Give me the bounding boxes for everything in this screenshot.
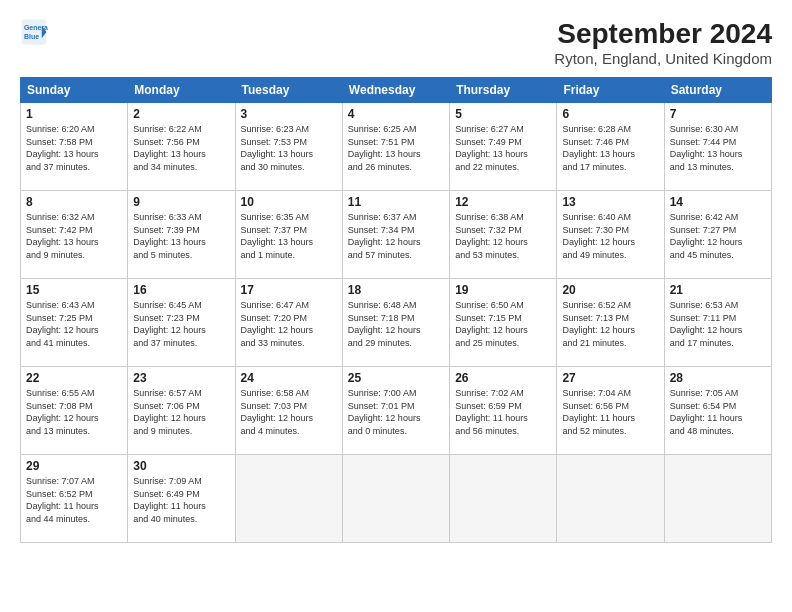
day-number: 27	[562, 371, 658, 385]
calendar-week-row: 29Sunrise: 7:07 AM Sunset: 6:52 PM Dayli…	[21, 455, 772, 543]
day-number: 19	[455, 283, 551, 297]
table-row: 12Sunrise: 6:38 AM Sunset: 7:32 PM Dayli…	[450, 191, 557, 279]
day-number: 13	[562, 195, 658, 209]
day-detail: Sunrise: 6:37 AM Sunset: 7:34 PM Dayligh…	[348, 211, 444, 261]
col-tuesday: Tuesday	[235, 78, 342, 103]
day-number: 7	[670, 107, 766, 121]
table-row	[342, 455, 449, 543]
day-detail: Sunrise: 7:02 AM Sunset: 6:59 PM Dayligh…	[455, 387, 551, 437]
table-row	[557, 455, 664, 543]
day-number: 18	[348, 283, 444, 297]
day-detail: Sunrise: 6:25 AM Sunset: 7:51 PM Dayligh…	[348, 123, 444, 173]
day-detail: Sunrise: 6:30 AM Sunset: 7:44 PM Dayligh…	[670, 123, 766, 173]
day-detail: Sunrise: 6:23 AM Sunset: 7:53 PM Dayligh…	[241, 123, 337, 173]
table-row: 13Sunrise: 6:40 AM Sunset: 7:30 PM Dayli…	[557, 191, 664, 279]
col-wednesday: Wednesday	[342, 78, 449, 103]
col-saturday: Saturday	[664, 78, 771, 103]
location-subtitle: Ryton, England, United Kingdom	[554, 50, 772, 67]
table-row: 6Sunrise: 6:28 AM Sunset: 7:46 PM Daylig…	[557, 103, 664, 191]
col-monday: Monday	[128, 78, 235, 103]
table-row: 16Sunrise: 6:45 AM Sunset: 7:23 PM Dayli…	[128, 279, 235, 367]
table-row: 8Sunrise: 6:32 AM Sunset: 7:42 PM Daylig…	[21, 191, 128, 279]
day-number: 15	[26, 283, 122, 297]
table-row	[450, 455, 557, 543]
table-row: 26Sunrise: 7:02 AM Sunset: 6:59 PM Dayli…	[450, 367, 557, 455]
table-row: 2Sunrise: 6:22 AM Sunset: 7:56 PM Daylig…	[128, 103, 235, 191]
title-block: September 2024 Ryton, England, United Ki…	[554, 18, 772, 67]
table-row: 1Sunrise: 6:20 AM Sunset: 7:58 PM Daylig…	[21, 103, 128, 191]
table-row: 27Sunrise: 7:04 AM Sunset: 6:56 PM Dayli…	[557, 367, 664, 455]
day-detail: Sunrise: 6:40 AM Sunset: 7:30 PM Dayligh…	[562, 211, 658, 261]
day-detail: Sunrise: 7:07 AM Sunset: 6:52 PM Dayligh…	[26, 475, 122, 525]
table-row: 24Sunrise: 6:58 AM Sunset: 7:03 PM Dayli…	[235, 367, 342, 455]
table-row: 3Sunrise: 6:23 AM Sunset: 7:53 PM Daylig…	[235, 103, 342, 191]
day-number: 23	[133, 371, 229, 385]
col-friday: Friday	[557, 78, 664, 103]
day-detail: Sunrise: 7:00 AM Sunset: 7:01 PM Dayligh…	[348, 387, 444, 437]
table-row: 28Sunrise: 7:05 AM Sunset: 6:54 PM Dayli…	[664, 367, 771, 455]
day-number: 14	[670, 195, 766, 209]
table-row: 17Sunrise: 6:47 AM Sunset: 7:20 PM Dayli…	[235, 279, 342, 367]
day-detail: Sunrise: 6:50 AM Sunset: 7:15 PM Dayligh…	[455, 299, 551, 349]
day-number: 4	[348, 107, 444, 121]
table-row: 15Sunrise: 6:43 AM Sunset: 7:25 PM Dayli…	[21, 279, 128, 367]
table-row: 22Sunrise: 6:55 AM Sunset: 7:08 PM Dayli…	[21, 367, 128, 455]
day-number: 20	[562, 283, 658, 297]
day-detail: Sunrise: 7:09 AM Sunset: 6:49 PM Dayligh…	[133, 475, 229, 525]
table-row: 20Sunrise: 6:52 AM Sunset: 7:13 PM Dayli…	[557, 279, 664, 367]
day-number: 3	[241, 107, 337, 121]
day-number: 16	[133, 283, 229, 297]
day-detail: Sunrise: 6:32 AM Sunset: 7:42 PM Dayligh…	[26, 211, 122, 261]
day-number: 25	[348, 371, 444, 385]
day-detail: Sunrise: 6:38 AM Sunset: 7:32 PM Dayligh…	[455, 211, 551, 261]
calendar-week-row: 15Sunrise: 6:43 AM Sunset: 7:25 PM Dayli…	[21, 279, 772, 367]
table-row	[235, 455, 342, 543]
day-detail: Sunrise: 6:58 AM Sunset: 7:03 PM Dayligh…	[241, 387, 337, 437]
day-number: 1	[26, 107, 122, 121]
day-detail: Sunrise: 6:48 AM Sunset: 7:18 PM Dayligh…	[348, 299, 444, 349]
table-row: 21Sunrise: 6:53 AM Sunset: 7:11 PM Dayli…	[664, 279, 771, 367]
day-detail: Sunrise: 6:20 AM Sunset: 7:58 PM Dayligh…	[26, 123, 122, 173]
day-number: 21	[670, 283, 766, 297]
day-number: 30	[133, 459, 229, 473]
day-detail: Sunrise: 6:22 AM Sunset: 7:56 PM Dayligh…	[133, 123, 229, 173]
day-number: 6	[562, 107, 658, 121]
day-number: 5	[455, 107, 551, 121]
table-row: 10Sunrise: 6:35 AM Sunset: 7:37 PM Dayli…	[235, 191, 342, 279]
table-row: 18Sunrise: 6:48 AM Sunset: 7:18 PM Dayli…	[342, 279, 449, 367]
table-row: 7Sunrise: 6:30 AM Sunset: 7:44 PM Daylig…	[664, 103, 771, 191]
day-detail: Sunrise: 6:33 AM Sunset: 7:39 PM Dayligh…	[133, 211, 229, 261]
calendar-week-row: 8Sunrise: 6:32 AM Sunset: 7:42 PM Daylig…	[21, 191, 772, 279]
table-row	[664, 455, 771, 543]
table-row: 30Sunrise: 7:09 AM Sunset: 6:49 PM Dayli…	[128, 455, 235, 543]
logo: General Blue	[20, 18, 48, 46]
table-row: 23Sunrise: 6:57 AM Sunset: 7:06 PM Dayli…	[128, 367, 235, 455]
day-detail: Sunrise: 6:27 AM Sunset: 7:49 PM Dayligh…	[455, 123, 551, 173]
day-detail: Sunrise: 6:57 AM Sunset: 7:06 PM Dayligh…	[133, 387, 229, 437]
table-row: 29Sunrise: 7:07 AM Sunset: 6:52 PM Dayli…	[21, 455, 128, 543]
day-detail: Sunrise: 6:43 AM Sunset: 7:25 PM Dayligh…	[26, 299, 122, 349]
day-detail: Sunrise: 6:47 AM Sunset: 7:20 PM Dayligh…	[241, 299, 337, 349]
month-year-title: September 2024	[554, 18, 772, 50]
day-detail: Sunrise: 6:45 AM Sunset: 7:23 PM Dayligh…	[133, 299, 229, 349]
logo-icon: General Blue	[20, 18, 48, 46]
col-sunday: Sunday	[21, 78, 128, 103]
day-detail: Sunrise: 6:52 AM Sunset: 7:13 PM Dayligh…	[562, 299, 658, 349]
day-number: 2	[133, 107, 229, 121]
calendar-header-row: Sunday Monday Tuesday Wednesday Thursday…	[21, 78, 772, 103]
day-number: 26	[455, 371, 551, 385]
calendar-table: Sunday Monday Tuesday Wednesday Thursday…	[20, 77, 772, 543]
page-header: General Blue September 2024 Ryton, Engla…	[20, 18, 772, 67]
table-row: 25Sunrise: 7:00 AM Sunset: 7:01 PM Dayli…	[342, 367, 449, 455]
table-row: 19Sunrise: 6:50 AM Sunset: 7:15 PM Dayli…	[450, 279, 557, 367]
table-row: 4Sunrise: 6:25 AM Sunset: 7:51 PM Daylig…	[342, 103, 449, 191]
day-number: 22	[26, 371, 122, 385]
table-row: 9Sunrise: 6:33 AM Sunset: 7:39 PM Daylig…	[128, 191, 235, 279]
calendar-week-row: 22Sunrise: 6:55 AM Sunset: 7:08 PM Dayli…	[21, 367, 772, 455]
day-detail: Sunrise: 7:04 AM Sunset: 6:56 PM Dayligh…	[562, 387, 658, 437]
svg-text:Blue: Blue	[24, 33, 39, 40]
day-detail: Sunrise: 6:35 AM Sunset: 7:37 PM Dayligh…	[241, 211, 337, 261]
day-number: 11	[348, 195, 444, 209]
day-number: 10	[241, 195, 337, 209]
table-row: 11Sunrise: 6:37 AM Sunset: 7:34 PM Dayli…	[342, 191, 449, 279]
